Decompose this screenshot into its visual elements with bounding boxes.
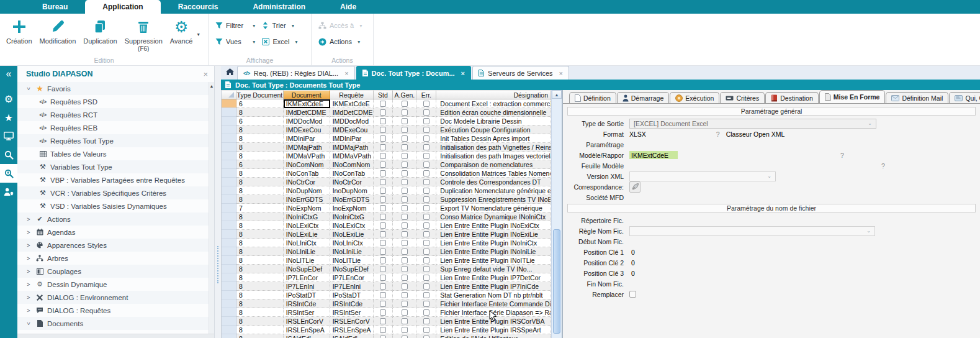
checkbox-unchecked[interactable]: [402, 292, 408, 298]
checkbox-unchecked[interactable]: [380, 135, 386, 142]
table-vertical-scrollbar[interactable]: ▲: [551, 90, 562, 338]
row-selector[interactable]: [222, 169, 236, 178]
checkbox-unchecked[interactable]: [402, 109, 408, 116]
checkbox-unchecked[interactable]: [380, 336, 386, 338]
rail-item-collapse-panel[interactable]: «: [0, 66, 17, 82]
position-cle-1-value[interactable]: 0: [629, 249, 635, 256]
sidebar-splitter[interactable]: [215, 66, 221, 338]
cell-document[interactable]: INoDupNom: [284, 186, 330, 195]
checkbox-unchecked[interactable]: [423, 257, 429, 263]
checkbox-unchecked[interactable]: [380, 153, 386, 159]
table-row[interactable]: 7INoExpNomInoExpNomExport TV Nomenclatur…: [222, 204, 551, 212]
rail-item-favorites[interactable]: ★: [0, 108, 17, 127]
chevron-right-icon[interactable]: >: [25, 255, 32, 262]
panel-tab-mise-en-forme[interactable]: Mise En Forme: [819, 90, 886, 103]
rail-item-modules[interactable]: ⚙: [0, 89, 17, 108]
checkbox-unchecked[interactable]: [380, 283, 386, 290]
column-header-document[interactable]: Document: [284, 90, 330, 99]
scroll-up-icon[interactable]: ▲: [209, 82, 214, 89]
rail-item-screens[interactable]: [0, 127, 17, 145]
table-row[interactable]: 8INoErrGDTSINoErrGDTSSuppression Enregis…: [222, 195, 551, 204]
sidebar-item-requetes-reb[interactable]: </>Requêtes REB: [17, 121, 209, 134]
column-header-agen[interactable]: A.Gen.: [393, 90, 416, 99]
avance-dropdown-caret[interactable]: ▼: [196, 32, 200, 37]
row-selector[interactable]: [222, 108, 236, 117]
checkbox-unchecked[interactable]: [402, 309, 408, 316]
cell-document[interactable]: INoLExiCtx: [284, 221, 330, 230]
cell-document[interactable]: IRSIntSer: [284, 308, 330, 317]
tab-close-icon[interactable]: ×: [559, 70, 563, 77]
column-header-err[interactable]: Err.: [416, 90, 436, 99]
rail-item-search[interactable]: [0, 145, 17, 164]
panel-tab-demarrage[interactable]: Démarrage: [617, 92, 670, 103]
cell-document[interactable]: IMDExeCou: [284, 126, 330, 134]
checkbox-unchecked[interactable]: [423, 292, 429, 298]
checkbox-unchecked[interactable]: [423, 275, 429, 281]
panel-tab-definition[interactable]: Définition: [569, 92, 616, 103]
sidebar-item-variables-tout-type[interactable]: ⚒Variables Tout Type: [17, 160, 209, 173]
column-header-type-document[interactable]: Type Document: [236, 90, 284, 99]
checkbox-unchecked[interactable]: [402, 266, 408, 272]
row-selector[interactable]: [222, 334, 236, 338]
scrollbar-thumb[interactable]: [553, 229, 560, 334]
checkbox-unchecked[interactable]: [380, 309, 386, 316]
regle-nom-fic-select[interactable]: ⌄: [629, 226, 875, 236]
row-selector[interactable]: [222, 265, 236, 273]
checkbox-unchecked[interactable]: [423, 188, 429, 194]
modele-input[interactable]: IKMExtCdeE: [629, 151, 678, 159]
sidebar-item-dialog-environnement[interactable]: >DIALOG : Environnement: [17, 291, 209, 304]
table-row[interactable]: 6IMDDocModIMDDocModDoc Modele Librairie …: [222, 117, 551, 126]
checkbox-unchecked[interactable]: [380, 257, 386, 263]
checkbox-unchecked[interactable]: [380, 170, 386, 176]
row-selector[interactable]: [222, 326, 236, 334]
row-selector[interactable]: [222, 239, 236, 247]
menu-item-administration[interactable]: Administration: [235, 0, 323, 14]
sidebar-item-arbres[interactable]: >Arbres: [17, 252, 209, 265]
checkbox-unchecked[interactable]: [402, 327, 408, 333]
panel-tab-execution[interactable]: Exécution: [670, 92, 719, 103]
cell-document[interactable]: IRSLEnSpeA: [284, 326, 330, 334]
checkbox-unchecked[interactable]: [423, 318, 429, 324]
column-header-requete[interactable]: Requête: [330, 90, 374, 99]
menu-item-aide[interactable]: Aide: [323, 0, 374, 14]
checkbox-unchecked[interactable]: [380, 318, 386, 324]
panel-tab-destination[interactable]: Destination: [765, 92, 819, 103]
checkbox-unchecked[interactable]: [402, 249, 408, 255]
checkbox-unchecked[interactable]: [423, 170, 429, 176]
cell-document[interactable]: INoCtrCor: [284, 178, 330, 186]
row-selector[interactable]: [222, 299, 236, 308]
trier-button[interactable]: Trier ▼: [259, 22, 298, 29]
cell-document[interactable]: INoConTab: [284, 169, 330, 178]
checkbox-unchecked[interactable]: [402, 170, 408, 176]
table-row[interactable]: 8IP7LEnCorIP7LEnCorLien Entre Entite Plu…: [222, 273, 551, 282]
remplacer-checkbox[interactable]: [629, 291, 636, 298]
position-cle-3-value[interactable]: 0: [629, 270, 635, 277]
row-selector[interactable]: [222, 282, 236, 291]
rail-item-user-profile[interactable]: [0, 183, 17, 201]
checkbox-unchecked[interactable]: [423, 162, 429, 168]
checkbox-unchecked[interactable]: [402, 127, 408, 133]
checkbox-unchecked[interactable]: [380, 240, 386, 246]
table-row[interactable]: 8IMDMajPathIMDMajPathInitialisation des …: [222, 143, 551, 152]
cell-document[interactable]: IMDMaVPath: [284, 152, 330, 160]
sidebar-horizontal-scrollbar[interactable]: [17, 334, 214, 338]
vues-button[interactable]: Vues ▼: [212, 38, 259, 45]
checkbox-unchecked[interactable]: [423, 135, 429, 142]
checkbox-unchecked[interactable]: [380, 109, 386, 116]
chevron-right-icon[interactable]: >: [25, 281, 32, 288]
home-tab-button[interactable]: [222, 66, 237, 80]
cell-document[interactable]: IMDIniPar: [284, 134, 330, 143]
checkbox-unchecked[interactable]: [423, 109, 429, 116]
cell-document[interactable]: IMDMajPath: [284, 143, 330, 152]
checkbox-unchecked[interactable]: [423, 327, 429, 333]
table-row[interactable]: 8INoCtrCorINoCtrCorControle des Correspo…: [222, 178, 551, 186]
tab-close-icon[interactable]: ×: [344, 70, 348, 77]
checkbox-unchecked[interactable]: [380, 101, 386, 107]
row-selector[interactable]: [222, 160, 236, 169]
sidebar-item-dialog-requetes[interactable]: >DIALOG : Requêtes: [17, 304, 209, 317]
sidebar-item-dessin-dynamique[interactable]: >⚙Dessin Dynamique: [17, 278, 209, 291]
sidebar-item-documents[interactable]: >Documents: [17, 317, 209, 330]
chevron-right-icon[interactable]: >: [25, 295, 32, 301]
checkbox-unchecked[interactable]: [380, 118, 386, 124]
chevron-right-icon[interactable]: >: [25, 268, 32, 275]
